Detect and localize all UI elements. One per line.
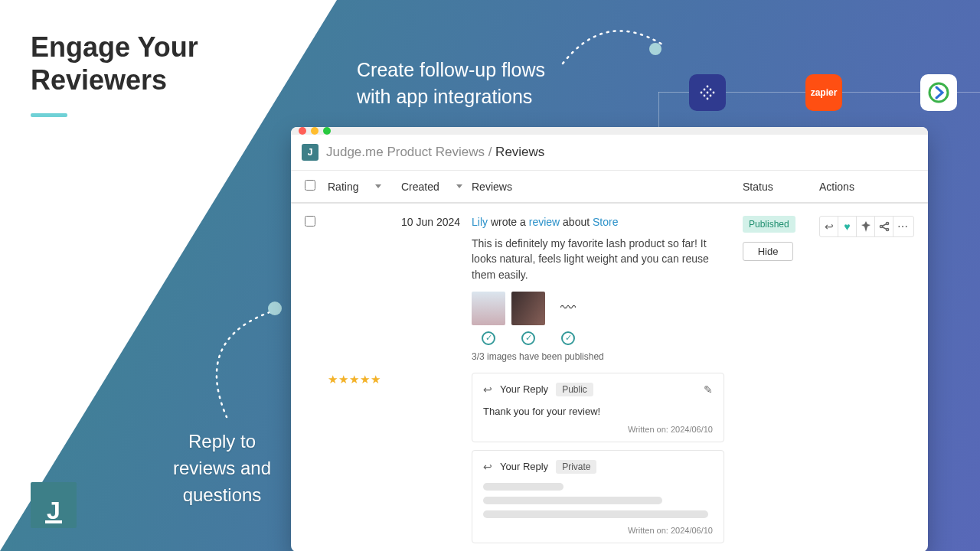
reply-timestamp: Written on: 2024/06/10 <box>483 425 713 434</box>
zoom-dot-icon[interactable] <box>323 127 331 135</box>
svg-point-1 <box>704 89 706 91</box>
visibility-badge: Public <box>556 383 593 396</box>
heart-icon[interactable]: ♥ <box>838 217 857 236</box>
svg-point-3 <box>701 92 703 94</box>
arc-decoration-left <box>196 306 288 421</box>
svg-point-9 <box>929 83 948 102</box>
reply-caption: Reply to reviews and questions <box>161 429 283 508</box>
reply-action-icon[interactable]: ↩ <box>820 217 838 236</box>
check-icon: ✓ <box>521 331 535 345</box>
reply-title: Your Reply <box>500 383 548 395</box>
star-rating: ★★★★★ <box>328 373 381 386</box>
caret-icon[interactable] <box>375 184 381 188</box>
breadcrumb: Judge.me Product Reviews / Reviews <box>326 145 544 160</box>
svg-point-11 <box>880 225 882 227</box>
brand-logo: J <box>31 482 77 528</box>
reply-body: Thank you for your review! <box>483 406 713 417</box>
edit-reply-icon[interactable]: ✎ <box>704 383 713 396</box>
check-icon: ✓ <box>561 331 575 345</box>
review-image-2[interactable] <box>511 292 545 325</box>
check-icon: ✓ <box>482 331 495 345</box>
review-text: This is definitely my favorite lash prod… <box>472 236 724 282</box>
integration-icon-1 <box>689 74 726 111</box>
select-all-checkbox[interactable] <box>305 180 315 191</box>
reply-card-public: ↩ Your Reply Public ✎ Thank you for your… <box>472 373 724 442</box>
review-date: 10 Jun 2024 <box>401 216 472 543</box>
column-headers: Rating Created Reviews Status Actions <box>291 171 928 204</box>
col-reviews: Reviews <box>472 181 743 193</box>
minimize-dot-icon[interactable] <box>311 127 318 135</box>
svg-point-6 <box>704 95 706 97</box>
arc-dot-top <box>649 43 662 55</box>
review-image-3[interactable]: 〰 <box>551 292 585 325</box>
visibility-badge: Private <box>556 460 596 474</box>
row-actions: ↩ ♥ ⋯ <box>819 216 914 237</box>
hero-underline <box>31 113 67 117</box>
breadcrumb-current: Reviews <box>495 145 544 159</box>
review-row: ★★★★★ 10 Jun 2024 Lily wrote a review ab… <box>291 204 928 551</box>
integration-line-v <box>658 92 659 130</box>
col-created[interactable]: Created <box>401 181 439 193</box>
reply-card-private: ↩ Your Reply Private Written on: 2024/06… <box>472 450 724 543</box>
svg-point-5 <box>713 92 715 94</box>
status-badge: Published <box>743 216 795 233</box>
review-link[interactable]: review <box>529 216 560 228</box>
more-icon[interactable]: ⋯ <box>893 217 912 236</box>
svg-point-4 <box>707 92 709 94</box>
review-headline: Lily wrote a review about Store <box>472 216 724 228</box>
breadcrumb-root[interactable]: Judge.me Product Reviews <box>326 145 485 159</box>
store-link[interactable]: Store <box>593 216 618 228</box>
traffic-lights <box>291 127 928 135</box>
caret-icon[interactable] <box>456 184 462 188</box>
close-dot-icon[interactable] <box>299 127 306 135</box>
hide-button[interactable]: Hide <box>743 242 793 261</box>
share-icon[interactable] <box>875 217 893 236</box>
hero-title: Engage Your Reviewers <box>31 31 198 96</box>
svg-point-12 <box>886 228 888 230</box>
col-actions: Actions <box>819 181 914 193</box>
row-checkbox[interactable] <box>305 216 315 227</box>
images-status: 3/3 images have been published <box>472 351 724 362</box>
reply-timestamp: Written on: 2024/06/10 <box>483 526 713 535</box>
reply-arrow-icon: ↩ <box>483 461 492 473</box>
reply-arrow-icon: ↩ <box>483 383 492 396</box>
col-rating[interactable]: Rating <box>328 181 358 193</box>
svg-point-2 <box>710 89 712 91</box>
svg-point-0 <box>707 86 709 88</box>
reply-title: Your Reply <box>500 461 548 472</box>
arc-dot-left <box>268 302 282 315</box>
skeleton-line <box>483 483 564 491</box>
svg-point-8 <box>707 98 709 100</box>
integration-icon-zapier: zapier <box>805 74 842 111</box>
app-window: J Judge.me Product Reviews / Reviews Rat… <box>291 127 928 551</box>
review-image-1[interactable] <box>472 292 505 325</box>
pin-icon[interactable] <box>857 217 875 236</box>
svg-point-7 <box>710 95 712 97</box>
skeleton-line <box>483 497 662 504</box>
col-status: Status <box>743 181 819 193</box>
integrations-subhead: Create follow-up flows with app integrat… <box>357 57 545 110</box>
app-logo-icon: J <box>302 144 318 161</box>
skeleton-line <box>483 510 708 518</box>
reviewer-link[interactable]: Lily <box>472 216 488 228</box>
svg-point-10 <box>886 222 888 224</box>
integration-icon-3 <box>920 74 957 111</box>
